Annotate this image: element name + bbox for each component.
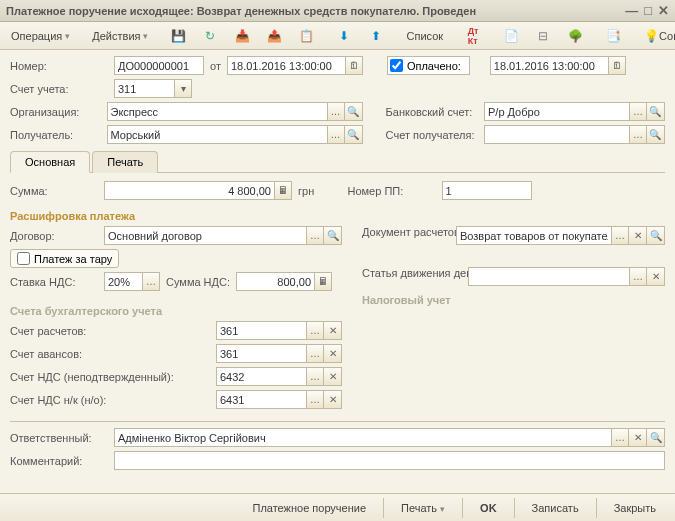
report-icon[interactable]: 📄 [496, 25, 526, 47]
move-input[interactable] [468, 267, 629, 286]
tab-print[interactable]: Печать [92, 151, 158, 173]
clear-icon[interactable]: ✕ [324, 390, 342, 409]
pp-label: Номер ПП: [348, 185, 436, 197]
tab-main[interactable]: Основная [10, 151, 90, 173]
resp-input[interactable] [114, 428, 611, 447]
a4-input[interactable] [216, 390, 306, 409]
up-icon[interactable]: ⬆ [361, 25, 391, 47]
list-button[interactable]: Список [399, 27, 450, 45]
actions-menu[interactable]: Действия [85, 27, 155, 45]
ellipsis-icon[interactable]: … [306, 390, 324, 409]
settings-icon[interactable]: 📑 [598, 25, 628, 47]
operation-menu[interactable]: Операция [4, 27, 77, 45]
calendar-icon[interactable]: 🗓 [608, 56, 626, 75]
acct-label: Счет учета: [10, 83, 108, 95]
clear-icon[interactable]: ✕ [324, 367, 342, 386]
search-icon[interactable]: 🔍 [647, 102, 665, 121]
decode-title: Расшифровка платежа [10, 210, 665, 222]
sum-label: Сумма: [10, 185, 98, 197]
search-icon[interactable]: 🔍 [647, 428, 665, 447]
basis-icon[interactable]: 📋 [291, 25, 321, 47]
refresh-icon[interactable]: ↻ [195, 25, 225, 47]
struct-icon[interactable]: ⊟ [528, 25, 558, 47]
search-icon[interactable]: 🔍 [647, 125, 665, 144]
ellipsis-icon[interactable]: … [306, 367, 324, 386]
down-icon[interactable]: ⬇ [329, 25, 359, 47]
clear-icon[interactable]: ✕ [647, 267, 665, 286]
recv-label: Получатель: [10, 129, 101, 141]
number-label: Номер: [10, 60, 108, 72]
close-icon[interactable]: ✕ [658, 3, 669, 18]
ellipsis-icon[interactable]: … [306, 226, 324, 245]
payment-order-button[interactable]: Платежное поручение [241, 498, 377, 518]
save-icon[interactable]: 💾 [163, 25, 193, 47]
a2-input[interactable] [216, 344, 306, 363]
vat-rate-input[interactable] [104, 272, 142, 291]
recv-input[interactable] [107, 125, 327, 144]
search-icon[interactable]: 🔍 [345, 125, 363, 144]
toolbar: Операция Действия 💾 ↻ 📥 📤 📋 ⬇ ⬆ Список Д… [0, 22, 675, 50]
org-input[interactable] [107, 102, 327, 121]
save-button[interactable]: Записать [521, 498, 590, 518]
doc-calc-label: Документ расчетов: [362, 226, 450, 238]
unpost-icon[interactable]: 📤 [259, 25, 289, 47]
a4-label: Счет НДС н/к (н/о): [10, 394, 210, 406]
clear-icon[interactable]: ✕ [324, 321, 342, 340]
doc-calc-input[interactable] [456, 226, 611, 245]
clear-icon[interactable]: ✕ [324, 344, 342, 363]
tree-icon[interactable]: 🌳 [560, 25, 590, 47]
vat-sum-input[interactable] [236, 272, 314, 291]
calc-icon[interactable]: 🖩 [274, 181, 292, 200]
ellipsis-icon[interactable]: … [629, 102, 647, 121]
dtct-icon[interactable]: ДтКт [458, 25, 488, 47]
tax-title: Налоговый учет [362, 294, 665, 306]
a3-input[interactable] [216, 367, 306, 386]
search-icon[interactable]: 🔍 [324, 226, 342, 245]
ellipsis-icon[interactable]: … [629, 267, 647, 286]
clear-icon[interactable]: ✕ [629, 226, 647, 245]
ellipsis-icon[interactable]: … [306, 321, 324, 340]
ok-button[interactable]: OK [469, 498, 508, 518]
date2-input[interactable] [490, 56, 608, 75]
acct-input[interactable] [114, 79, 174, 98]
maximize-icon[interactable]: □ [644, 3, 652, 18]
ellipsis-icon[interactable]: … [611, 226, 629, 245]
paid-checkbox[interactable]: Оплачено: [387, 56, 470, 75]
pp-input[interactable] [442, 181, 532, 200]
contract-input[interactable] [104, 226, 306, 245]
org-label: Организация: [10, 106, 101, 118]
comm-input[interactable] [114, 451, 665, 470]
dropdown-icon[interactable]: ▾ [174, 79, 192, 98]
minimize-icon[interactable]: — [625, 3, 638, 18]
a1-input[interactable] [216, 321, 306, 340]
calendar-icon[interactable]: 🗓 [345, 56, 363, 75]
accts-title: Счета бухгалтерского учета [10, 305, 342, 317]
print-button[interactable]: Печать [390, 498, 456, 518]
recv-acct-input[interactable] [484, 125, 629, 144]
bank-input[interactable] [484, 102, 629, 121]
ellipsis-icon[interactable]: … [611, 428, 629, 447]
a2-label: Счет авансов: [10, 348, 210, 360]
date1-input[interactable] [227, 56, 345, 75]
bottombar: Платежное поручение Печать OK Записать З… [0, 493, 675, 521]
calc-icon[interactable]: 🖩 [314, 272, 332, 291]
window-title: Платежное поручение исходящее: Возврат д… [6, 5, 625, 17]
comm-label: Комментарий: [10, 455, 108, 467]
ellipsis-icon[interactable]: … [327, 125, 345, 144]
number-input[interactable] [114, 56, 204, 75]
currency-label: грн [298, 185, 314, 197]
ellipsis-icon[interactable]: … [306, 344, 324, 363]
resp-label: Ответственный: [10, 432, 108, 444]
close-button[interactable]: Закрыть [603, 498, 667, 518]
search-icon[interactable]: 🔍 [647, 226, 665, 245]
post-icon[interactable]: 📥 [227, 25, 257, 47]
tabs: Основная Печать [10, 150, 665, 173]
tare-checkbox[interactable]: Платеж за тару [10, 249, 119, 268]
search-icon[interactable]: 🔍 [345, 102, 363, 121]
ellipsis-icon[interactable]: … [629, 125, 647, 144]
tips-button[interactable]: 💡Советы [636, 25, 675, 47]
clear-icon[interactable]: ✕ [629, 428, 647, 447]
sum-input[interactable] [104, 181, 274, 200]
ellipsis-icon[interactable]: … [142, 272, 160, 291]
ellipsis-icon[interactable]: … [327, 102, 345, 121]
